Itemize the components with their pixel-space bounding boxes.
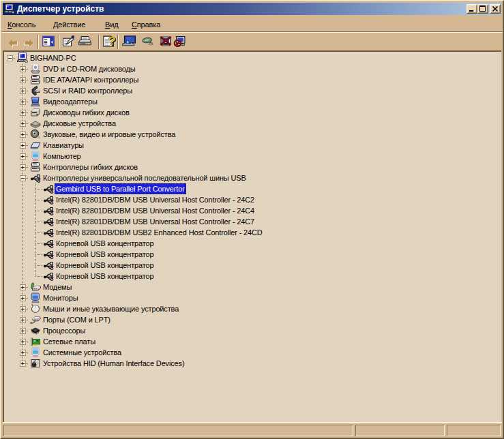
svg-text:?: ? [108, 35, 115, 48]
